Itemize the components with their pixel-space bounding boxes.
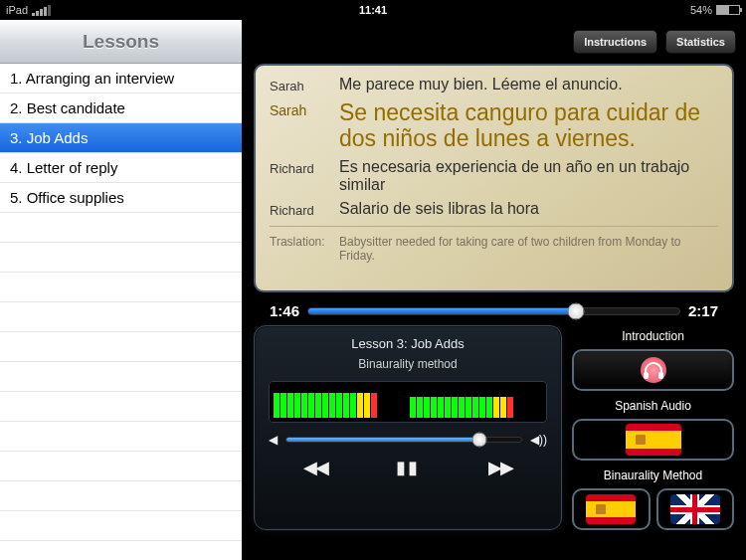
sidebar-title: Lessons bbox=[0, 20, 242, 64]
clock: 11:41 bbox=[359, 4, 387, 16]
volume-min-icon: ◀ bbox=[269, 433, 278, 447]
transcript-line: Sarah Me parece muy bien. Léeme el anunc… bbox=[270, 76, 718, 93]
sidebar-item-label: 1. Arranging an interview bbox=[10, 70, 174, 87]
elapsed-time: 1:46 bbox=[258, 302, 299, 319]
player-subtitle: Binaurality method bbox=[269, 357, 547, 371]
spain-flag-icon bbox=[586, 494, 636, 524]
translation-text: Babysitter needed for taking care of two… bbox=[339, 235, 718, 263]
vu-meter bbox=[269, 381, 547, 423]
sidebar-item-lesson-5[interactable]: 5. Office supplies bbox=[0, 183, 242, 213]
battery-icon bbox=[716, 5, 740, 15]
volume-slider[interactable] bbox=[285, 437, 522, 443]
sidebar-item-lesson-2[interactable]: 2. Best candidate bbox=[0, 93, 242, 123]
mode-buttons-column: Introduction Spanish Audio Binaurality M… bbox=[572, 325, 734, 530]
speaker-label: Sarah bbox=[270, 99, 339, 152]
transcript-text: Se necesita canguro para cuidar de dos n… bbox=[339, 99, 718, 152]
volume-thumb[interactable] bbox=[471, 433, 486, 448]
instructions-button[interactable]: Instructions bbox=[573, 30, 657, 54]
lesson-content: Instructions Statistics Sarah Me parece … bbox=[242, 20, 746, 560]
status-bar: iPad 11:41 54% bbox=[0, 0, 746, 20]
speaker-label: Richard bbox=[270, 200, 339, 218]
speaker-label: Sarah bbox=[270, 76, 339, 93]
sidebar-item-lesson-3[interactable]: 3. Job Adds bbox=[0, 123, 242, 153]
top-toolbar: Instructions Statistics bbox=[242, 20, 746, 64]
uk-flag-icon bbox=[670, 494, 720, 524]
transcript-text: Salario de seis libras la hora bbox=[339, 200, 718, 218]
sidebar-item-label: 4. Letter of reply bbox=[10, 159, 117, 176]
headphones-icon bbox=[641, 357, 666, 383]
volume-row: ◀ ◀)) bbox=[269, 433, 547, 447]
sidebar-item-label: 5. Office supplies bbox=[10, 189, 124, 206]
spanish-audio-label: Spanish Audio bbox=[572, 399, 734, 413]
carrier-indicator: iPad bbox=[6, 4, 28, 16]
binaurality-label: Binaurality Method bbox=[572, 468, 734, 482]
sidebar-item-label: 3. Job Adds bbox=[10, 129, 88, 146]
player-title: Lesson 3: Job Adds bbox=[269, 336, 547, 351]
transcript-line-current: Sarah Se necesita canguro para cuidar de… bbox=[270, 99, 718, 152]
speaker-label: Richard bbox=[270, 158, 339, 194]
volume-max-icon: ◀)) bbox=[530, 433, 547, 447]
progress-slider[interactable] bbox=[307, 307, 680, 315]
pause-button[interactable]: ▮▮ bbox=[396, 457, 420, 478]
statistics-button[interactable]: Statistics bbox=[665, 30, 736, 54]
translation-row: Traslation: Babysitter needed for taking… bbox=[270, 226, 718, 263]
introduction-label: Introduction bbox=[572, 329, 734, 343]
lessons-sidebar: Lessons 1. Arranging an interview 2. Bes… bbox=[0, 20, 242, 560]
transcript-text: Es necesaria experiencia de un año en un… bbox=[339, 158, 718, 194]
transcript-line: Richard Salario de seis libras la hora bbox=[270, 200, 718, 218]
audio-player-panel: Lesson 3: Job Adds Binaurality method ◀ … bbox=[254, 325, 562, 530]
spanish-audio-button[interactable] bbox=[572, 419, 734, 461]
signal-bars-icon bbox=[32, 5, 51, 16]
transcript-line: Richard Es necesaria experiencia de un a… bbox=[270, 158, 718, 194]
progress-thumb[interactable] bbox=[567, 302, 584, 319]
binaurality-english-button[interactable] bbox=[656, 488, 735, 530]
introduction-button[interactable] bbox=[572, 349, 734, 391]
forward-button[interactable]: ▶▶ bbox=[488, 457, 512, 478]
transcript-text: Me parece muy bien. Léeme el anuncio. bbox=[339, 76, 718, 93]
total-time: 2:17 bbox=[688, 302, 730, 319]
sidebar-item-label: 2. Best candidate bbox=[10, 99, 125, 116]
spain-flag-icon bbox=[626, 424, 681, 456]
player-controls: ◀◀ ▮▮ ▶▶ bbox=[269, 457, 547, 478]
playback-progress: 1:46 2:17 bbox=[242, 292, 746, 325]
transcript-panel: Sarah Me parece muy bien. Léeme el anunc… bbox=[254, 64, 734, 292]
binaurality-spanish-button[interactable] bbox=[572, 488, 651, 530]
battery-text: 54% bbox=[690, 4, 712, 16]
translation-label: Traslation: bbox=[270, 235, 339, 263]
sidebar-item-lesson-4[interactable]: 4. Letter of reply bbox=[0, 153, 242, 183]
sidebar-item-lesson-1[interactable]: 1. Arranging an interview bbox=[0, 64, 242, 93]
lessons-list: 1. Arranging an interview 2. Best candid… bbox=[0, 64, 242, 560]
rewind-button[interactable]: ◀◀ bbox=[303, 457, 327, 478]
